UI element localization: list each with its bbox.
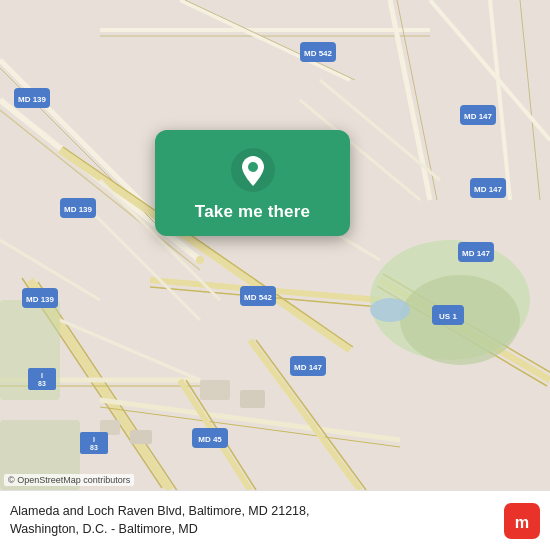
svg-text:MD 147: MD 147 (474, 185, 503, 194)
svg-point-41 (196, 256, 204, 264)
svg-rect-37 (200, 380, 230, 400)
map-attribution: © OpenStreetMap contributors (4, 474, 134, 486)
map-area[interactable]: MD 139 MD 139 MD 139 MD 542 MD 542 MD 14… (0, 0, 550, 490)
svg-text:83: 83 (38, 380, 46, 387)
address-line: Alameda and Loch Raven Blvd, Baltimore, … (10, 504, 309, 518)
moovit-logo: m (504, 503, 540, 539)
svg-text:MD 45: MD 45 (198, 435, 222, 444)
svg-text:83: 83 (90, 444, 98, 451)
svg-text:m: m (515, 513, 529, 531)
city-line: Washington, D.C. - Baltimore, MD (10, 522, 198, 536)
svg-text:US 1: US 1 (439, 312, 457, 321)
svg-point-34 (370, 298, 410, 322)
svg-text:I: I (41, 372, 43, 379)
svg-text:MD 139: MD 139 (64, 205, 93, 214)
moovit-icon: m (504, 503, 540, 539)
svg-text:MD 139: MD 139 (18, 95, 47, 104)
svg-text:MD 147: MD 147 (294, 363, 323, 372)
take-me-there-button[interactable]: Take me there (195, 202, 310, 222)
info-bar: Alameda and Loch Raven Blvd, Baltimore, … (0, 490, 550, 550)
svg-text:MD 139: MD 139 (26, 295, 55, 304)
svg-rect-40 (130, 430, 152, 444)
svg-text:I: I (93, 436, 95, 443)
svg-point-79 (248, 162, 258, 172)
popup-card: Take me there (155, 130, 350, 236)
location-pin-icon (231, 148, 275, 192)
svg-text:MD 147: MD 147 (464, 112, 493, 121)
svg-text:MD 542: MD 542 (304, 49, 333, 58)
svg-text:MD 147: MD 147 (462, 249, 491, 258)
address-text: Alameda and Loch Raven Blvd, Baltimore, … (10, 503, 496, 538)
svg-text:MD 542: MD 542 (244, 293, 273, 302)
svg-rect-38 (240, 390, 265, 408)
